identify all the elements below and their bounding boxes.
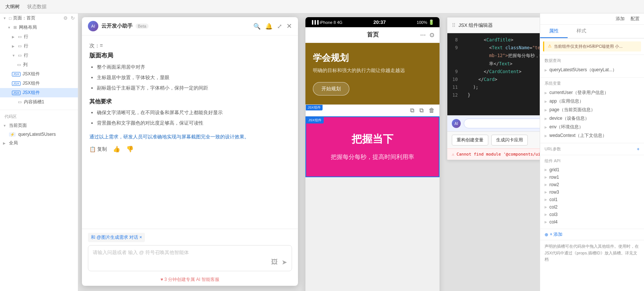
- ai-title: 云开发小助手: [101, 23, 133, 29]
- sidebar-global[interactable]: ▶ 全局: [0, 138, 78, 148]
- system-var-page[interactable]: ▶page（当前页面信息）: [545, 106, 640, 114]
- refresh-icon[interactable]: ↻: [71, 15, 75, 21]
- ai-section-layout: 版面布局 整个画面采用居中对齐 主标题居中放置，字体较大，显眼 副标题位于主标题…: [89, 52, 291, 153]
- system-var-weda[interactable]: ▶wedaContext（上下文信息）: [545, 131, 640, 140]
- phone-preview: ▐▐▐ iPhone 8 4G 20:37 100% 🔋 首页 ··· ⊙ 学会…: [305, 17, 440, 291]
- tab-style[interactable]: 样式: [568, 25, 595, 38]
- image-icon[interactable]: 🖼: [271, 258, 278, 266]
- sidebar-item-row1[interactable]: ▶ ▭ 行: [0, 32, 78, 41]
- page-label: 页面：首页: [13, 15, 35, 21]
- ai-other-item-1: 确保文字清晰可见，在不同设备和屏幕尺寸上都能良好显示: [97, 109, 291, 117]
- phone-battery: 100% 🔋: [417, 19, 434, 25]
- toolbar-copy-icon[interactable]: ⧉: [410, 107, 414, 114]
- comp-api-col2[interactable]: ▶col2: [545, 203, 640, 211]
- phone-toolbar: JSX组件 ⧉ ⧉ 🗑: [305, 104, 440, 116]
- data-query-title: 数据查询: [545, 58, 640, 63]
- add-component-row[interactable]: ⊕ + 添加: [540, 229, 644, 240]
- jsx-editor-header: ⠿ JSX 组件编辑器 ? ⚙ ⤢ 保存 ✕: [447, 18, 540, 33]
- ai-copy-btn[interactable]: 📋 复制: [89, 146, 107, 153]
- jsx-ai-bar: AI ➤ 🔑: [447, 115, 540, 131]
- ai-input-area: 和 @图片生成需求 对话 × 请输入问题或者 输入 @ 符号召唤其他智能体 🖼 …: [82, 229, 298, 273]
- right-warning: ⚠ 当前组件仅支持在H5和PC端使用 小...: [543, 41, 641, 51]
- right-config-btn[interactable]: 配置: [631, 16, 640, 22]
- card1-desc: 明确的目标和强大的执行力能让你越走越远: [313, 67, 432, 75]
- sidebar-page-item[interactable]: ▼ □ 页面：首页 ⚙ ↻: [0, 13, 78, 23]
- tab-outline[interactable]: 大纲树: [4, 2, 20, 12]
- sidebar-item-slot[interactable]: ▭ 内容插槽1: [0, 97, 78, 107]
- url-add-btn[interactable]: +: [637, 146, 640, 152]
- comp-api-col1[interactable]: ▶col1: [545, 196, 640, 203]
- ai-thumb-up[interactable]: 👍: [113, 146, 120, 153]
- comp-api-grid1[interactable]: ▶grid1: [545, 166, 640, 173]
- phone-content: 学会规划 明确的目标和强大的执行力能让你越走越远 开始规划 JSX组件 ⧉ ⧉ …: [305, 43, 440, 291]
- card1-btn[interactable]: 开始规划: [313, 82, 349, 96]
- ai-thumb-down[interactable]: 👎: [126, 146, 134, 153]
- ai-expand-icon[interactable]: ⤢: [277, 23, 282, 30]
- sidebar-current-page[interactable]: ▼ 当前页面: [0, 121, 78, 130]
- comp-api-col3[interactable]: ▶col3: [545, 211, 640, 218]
- sidebar-item-grid[interactable]: ▼ ⊞ 网格布局: [0, 23, 78, 32]
- sidebar-item-jsx2[interactable]: JSX JSX组件: [0, 79, 78, 88]
- ai-close-icon[interactable]: ✕: [286, 22, 292, 30]
- code-section-title: 代码区: [0, 110, 78, 121]
- ai-content: 次：= 版面布局 整个画面采用居中对齐 主标题居中放置，字体较大，显眼 副标题位…: [82, 35, 298, 229]
- comp-api-row1[interactable]: ▶row1: [545, 173, 640, 181]
- sidebar-item-row3[interactable]: ▼ ▭ 行: [0, 51, 78, 60]
- phone-page-title: 首页: [367, 31, 379, 39]
- jsx-generate-btn[interactable]: 生成闪卡应用: [491, 135, 528, 146]
- tab-state-data[interactable]: 状态数据: [26, 2, 47, 12]
- ai-input-wrapper: 请输入问题或者 输入 @ 符号召唤其他智能体 🖼 ➤: [88, 245, 292, 271]
- toolbar-delete-icon[interactable]: 🗑: [429, 107, 435, 114]
- settings-icon[interactable]: ⚙: [63, 15, 68, 21]
- jsx-action-row: 重构创建变量 生成闪卡应用: [447, 131, 540, 148]
- ai-layout-item-2: 主标题居中放置，字体较大，显眼: [97, 74, 291, 82]
- sidebar-item-col[interactable]: ▭ 列: [0, 60, 78, 69]
- comp-api-col4[interactable]: ▶col4: [545, 218, 640, 226]
- system-var-app[interactable]: ▶app（应用信息）: [545, 97, 640, 106]
- ai-bell-icon[interactable]: 🔔: [265, 23, 273, 30]
- system-var-device[interactable]: ▶device（设备信息）: [545, 114, 640, 123]
- url-params-title: URL参数: [545, 146, 561, 152]
- system-vars-title: 系统变量: [545, 81, 640, 86]
- send-icon[interactable]: ➤: [282, 258, 287, 266]
- expand-arrow: ▼: [3, 16, 7, 20]
- sidebar-query[interactable]: ⚡ queryLatest5Users: [0, 130, 78, 138]
- chevron-right-icon: ▶: [545, 68, 547, 72]
- sidebar-item-jsx1[interactable]: JSX JSX组件: [0, 69, 78, 79]
- toolbar-duplicate-icon[interactable]: ⧉: [419, 107, 423, 114]
- card2-desc: 把握每分每秒，提高时间利用率: [314, 152, 431, 162]
- phone-target-icon[interactable]: ⊙: [429, 31, 434, 38]
- jsx-editor: ⠿ JSX 组件编辑器 ? ⚙ ⤢ 保存 ✕ 8 <CardTitle> 9 <…: [447, 17, 540, 160]
- right-desc: 声明的插槽可在代码块中拖入其他组件。使用时，在JSX代码中通过《props.插槽…: [540, 240, 644, 266]
- ai-panel: AI 云开发小助手 Beta 🔍 🔔 ⤢ ✕ 次：= 版面布局 整个画面采用居中…: [82, 17, 298, 286]
- jsx-ai-input[interactable]: [464, 119, 540, 128]
- card2-title: 把握当下: [314, 132, 431, 146]
- data-query-item[interactable]: ▶ queryLatest5Users（queryLat...）: [545, 66, 640, 74]
- ai-layout-title: 版面布局: [89, 52, 291, 60]
- system-var-env[interactable]: ▶env（环境信息）: [545, 123, 640, 131]
- tab-props[interactable]: 属性: [540, 25, 568, 38]
- system-var-currentuser[interactable]: ▶currentUser（登录用户信息）: [545, 88, 640, 97]
- ai-layout-item-1: 整个画面采用居中对齐: [97, 63, 291, 71]
- card-pink: 把握当下 把握每分每秒，提高时间利用率: [306, 117, 439, 177]
- right-url-params-section: URL参数 +: [540, 143, 644, 155]
- right-add-btn[interactable]: 添加: [616, 16, 625, 22]
- ai-input-placeholder[interactable]: 请输入问题或者 输入 @ 符号召唤其他智能体: [93, 249, 287, 256]
- ai-layout-item-3: 副标题位于主标题下方，字体稍小，保持一定的间距: [97, 84, 291, 92]
- ai-highlight-text: 通过以上需求，研发人员可以准确地实现与屏幕截图完全一致的设计效果。: [89, 133, 291, 141]
- ai-mention-bar[interactable]: 和 @图片生成需求 对话 ×: [88, 233, 145, 242]
- jsx-rebuild-btn[interactable]: 重构创建变量: [452, 135, 488, 146]
- ai-panel-header: AI 云开发小助手 Beta 🔍 🔔 ⤢ ✕: [82, 17, 298, 35]
- sidebar-item-jsx3[interactable]: JSX JSX组件: [0, 88, 78, 97]
- comp-api-row2[interactable]: ▶row2: [545, 181, 640, 188]
- jsx-badge-label: JSX组件: [306, 105, 323, 110]
- ai-footer: ♥ 3 分钟创建专属 AI 智能客服: [82, 273, 298, 286]
- ai-other-item-2: 背景颜色和文字颜色的对比度足够高，保证可读性: [97, 119, 291, 127]
- phone-more-icon[interactable]: ···: [420, 31, 426, 39]
- ai-search-icon[interactable]: 🔍: [253, 23, 261, 30]
- jsx-code-area[interactable]: 8 <CardTitle> 9 <Text className="text-2x…: [447, 33, 540, 115]
- right-top-actions: 添加 配置: [540, 13, 644, 25]
- warning-icon: ⚠: [548, 44, 552, 48]
- sidebar-item-row2[interactable]: ▶ ▭ 行: [0, 41, 78, 51]
- comp-api-row3[interactable]: ▶row3: [545, 188, 640, 196]
